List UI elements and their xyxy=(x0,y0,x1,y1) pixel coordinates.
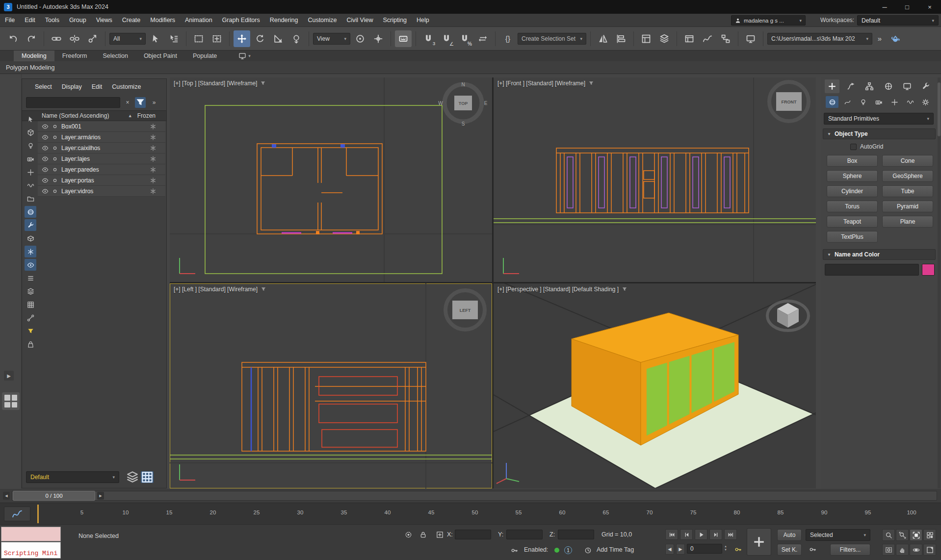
name-column-header[interactable]: Name (Sorted Ascending) xyxy=(42,112,128,119)
pan-button[interactable] xyxy=(896,544,909,556)
create-selection-set-combo[interactable]: Create Selection Set ▾ xyxy=(518,33,586,45)
visibility-eye-icon[interactable] xyxy=(42,166,49,173)
menu-graph-editors[interactable]: Graph Editors xyxy=(217,14,265,26)
toggle-ribbon-button[interactable] xyxy=(681,30,698,47)
select-and-scale-button[interactable] xyxy=(270,30,287,47)
menu-create[interactable]: Create xyxy=(117,14,146,26)
command-tab-motion[interactable] xyxy=(881,79,896,93)
unlink-selection-button[interactable] xyxy=(66,30,83,47)
display-modifiers-icon[interactable] xyxy=(25,219,36,231)
frozen-toggle-icon[interactable] xyxy=(150,166,157,173)
autogrid-checkbox[interactable] xyxy=(850,144,857,150)
viewcube[interactable]: FRONT xyxy=(769,82,809,121)
ribbon-tab-freeform[interactable]: Freeform xyxy=(54,51,95,61)
spinner-snap-toggle[interactable] xyxy=(474,30,491,47)
frozen-toggle-icon[interactable] xyxy=(150,177,157,184)
menu-views[interactable]: Views xyxy=(91,14,117,26)
display-lights-icon[interactable] xyxy=(25,140,36,152)
bind-to-space-warp-button[interactable] xyxy=(84,30,101,47)
category-cameras[interactable] xyxy=(872,96,885,108)
menu-tools[interactable]: Tools xyxy=(40,14,64,26)
more-tools-button[interactable]: » xyxy=(874,30,886,47)
menu-animation[interactable]: Animation xyxy=(180,14,217,26)
ribbon-tab-modeling[interactable]: Modeling xyxy=(14,51,54,61)
clear-search-button[interactable]: × xyxy=(122,97,133,108)
key-filters-button[interactable]: Filters... xyxy=(830,544,870,556)
menu-customize[interactable]: Customize xyxy=(303,14,341,26)
display-space-warps-icon[interactable] xyxy=(25,179,36,191)
display-helpers-icon[interactable] xyxy=(25,166,36,178)
display-hidden-icon[interactable] xyxy=(25,259,36,271)
maximize-viewport-toggle[interactable] xyxy=(923,544,936,556)
scene-explorer-row[interactable]: Layer:armários xyxy=(38,132,165,143)
ribbon-display-options-button[interactable]: ▾ xyxy=(238,51,251,61)
viewport-perspective-label[interactable]: [+] [Perspective ] [Standard] [Default S… xyxy=(497,286,619,293)
primitive-teapot-button[interactable]: Teapot xyxy=(827,216,878,228)
frozen-toggle-icon[interactable] xyxy=(150,155,157,162)
command-tab-utilities[interactable] xyxy=(918,79,933,93)
auto-key-button[interactable]: Auto xyxy=(777,529,802,541)
scene-explorer-row[interactable]: Layer:caixilhos xyxy=(38,143,165,153)
rectangular-selection-region-button[interactable] xyxy=(190,30,207,47)
menu-scripting[interactable]: Scripting xyxy=(378,14,412,26)
visibility-eye-icon[interactable] xyxy=(42,123,49,130)
visibility-eye-icon[interactable] xyxy=(42,134,49,141)
schematic-view-button[interactable] xyxy=(717,30,734,47)
app-logo-icon[interactable]: 3 xyxy=(4,3,12,11)
zoom-button[interactable] xyxy=(882,529,895,541)
snap-toggle-3d[interactable]: 3 xyxy=(420,30,437,47)
primitive-category-dropdown[interactable]: Standard Primitives ▾ xyxy=(824,113,934,125)
isolate-selection-toggle[interactable] xyxy=(402,529,414,540)
primitive-box-button[interactable]: Box xyxy=(827,155,878,167)
menu-civil-view[interactable]: Civil View xyxy=(341,14,378,26)
viewport-perspective[interactable]: [+] [Perspective ] [Standard] [Default S… xyxy=(494,283,816,488)
category-systems[interactable] xyxy=(919,96,932,108)
maximize-button[interactable]: □ xyxy=(896,0,918,14)
orbit-button[interactable] xyxy=(910,544,922,556)
zoom-all-button[interactable] xyxy=(896,529,909,541)
x-coordinate-field[interactable] xyxy=(455,530,491,539)
key-filters-icon[interactable] xyxy=(807,544,818,555)
maxscript-mini-listener-pink[interactable] xyxy=(1,527,61,541)
frame-spinner[interactable]: ▲▼ xyxy=(724,545,727,551)
menu-group[interactable]: Group xyxy=(64,14,91,26)
filter-button[interactable] xyxy=(135,97,146,108)
viewport-filter-icon[interactable] xyxy=(588,80,594,86)
current-frame-field[interactable]: 0 xyxy=(687,544,722,554)
search-input[interactable] xyxy=(26,97,120,108)
selected-filter-dropdown[interactable]: Selected ▾ xyxy=(806,529,870,541)
visibility-eye-icon[interactable] xyxy=(42,155,49,162)
project-folder-field[interactable]: C:\Users\madal...s\3ds Max 202 ▾ xyxy=(767,33,872,45)
category-space-warps[interactable] xyxy=(904,96,916,108)
select-by-name-button[interactable] xyxy=(165,30,182,47)
viewport-front-label[interactable]: [+] [Front ] [Standard] [Wireframe] xyxy=(497,80,585,87)
category-geometry[interactable] xyxy=(826,96,838,108)
render-setup-button[interactable] xyxy=(742,30,759,47)
selection-filter-dropdown[interactable]: All ▾ xyxy=(109,33,146,45)
layer-list-button[interactable] xyxy=(126,471,139,483)
z-coordinate-field[interactable] xyxy=(558,530,594,539)
primitive-sphere-button[interactable]: Sphere xyxy=(827,170,878,182)
frozen-toggle-icon[interactable] xyxy=(150,145,157,152)
absolute-offset-toggle[interactable] xyxy=(434,529,445,540)
view-properties-icon[interactable] xyxy=(25,299,36,310)
mirror-button[interactable] xyxy=(595,30,611,47)
primitive-pyramid-button[interactable]: Pyramid xyxy=(882,201,933,212)
display-containers-icon[interactable] xyxy=(25,232,36,244)
toggle-scene-explorer-button[interactable] xyxy=(638,30,654,47)
reference-coordinate-dropdown[interactable]: View ▾ xyxy=(313,33,350,45)
current-frame-marker[interactable] xyxy=(37,505,39,523)
frozen-column-header[interactable]: Frozen xyxy=(137,112,156,119)
explorer-menu-edit[interactable]: Edit xyxy=(92,83,103,90)
zoom-region-button[interactable] xyxy=(882,544,895,556)
filter-combinations-icon[interactable] xyxy=(25,325,36,337)
polygon-modeling-panel-button[interactable]: Polygon Modeling xyxy=(6,64,54,71)
select-and-place-button[interactable] xyxy=(288,30,305,47)
y-coordinate-field[interactable] xyxy=(506,530,543,539)
play-button[interactable] xyxy=(695,529,707,540)
primitive-cylinder-button[interactable]: Cylinder xyxy=(827,185,878,197)
keyboard-shortcut-override-toggle[interactable] xyxy=(395,30,412,47)
workspace-dropdown[interactable]: Default ▾ xyxy=(857,15,939,25)
display-geometry-icon[interactable] xyxy=(25,127,36,138)
named-selection-sets-button[interactable]: {} xyxy=(499,30,516,47)
